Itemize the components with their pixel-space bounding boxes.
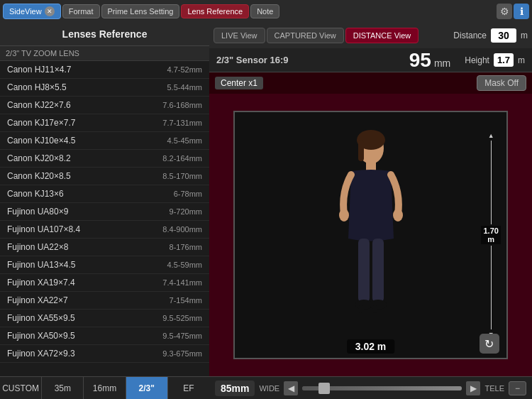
center-label: Center x1 [215,77,263,89]
lens-ref-button[interactable]: Lens Reference [181,4,249,18]
lens-name: Canon KJ10e×4.5 [7,136,75,146]
lens-range: 4.5-45mm [167,136,202,145]
height-arrow-up: ▲ [488,132,494,139]
focal-slider[interactable] [302,386,462,390]
lens-range: 9.5-525mm [162,314,202,322]
lens-name: Canon KJ22×7.6 [7,100,71,110]
sensor-label: 2/3" Sensor 16:9 [216,55,289,65]
lens-tab-custom[interactable]: CUSTOM [0,377,42,399]
focal-slider-container [302,386,462,390]
lens-item[interactable]: Canon KJ22×7.6 7.6-168mm [0,97,209,114]
lens-name: Canon HJ8×5.5 [7,82,67,92]
settings-icon[interactable]: ⚙ [497,4,512,19]
lens-list-header: Lenses Reference [0,23,209,46]
lens-item[interactable]: Canon HJ8×5.5 5.5-44mm [0,79,209,97]
tele-label: TELE [484,384,504,393]
lens-range: 6-78mm [174,190,202,198]
lens-name: Fujinon UA22×8 [7,242,68,252]
refresh-icon[interactable]: ↻ [480,334,499,354]
main-content: Lenses Reference 2/3" TV ZOOM LENS Canon… [0,23,532,399]
top-nav: SideView ✕ Format Prime Lens Setting Len… [0,0,532,23]
lens-name: Fujinon XA72×9.3 [7,349,75,359]
lens-item[interactable]: Canon KJ20×8.2 8.2-164mm [0,150,209,168]
sensor-height: Height 1.7 m [465,53,525,67]
lens-range: 9-720mm [170,207,202,216]
lens-item[interactable]: Fujinon XA19×7.4 7.4-141mm [0,274,209,292]
camera-view: ▲ 1.70 m ▼ 3.02 m ↻ [209,94,532,376]
height-bar-line [491,141,492,224]
svg-point-9 [370,300,387,310]
height-unit: m [518,55,525,65]
lens-name: Fujinon XA55×9.5 [7,313,75,323]
lens-name: Fujinon UA107×8.4 [7,224,80,234]
lens-item[interactable]: Fujinon XA50×9.5 9.5-475mm [0,327,209,345]
lens-range: 8.4-900mm [162,225,202,234]
slider-left-arrow[interactable]: ◀ [284,381,298,395]
view-btn-live-view[interactable]: LIVE View [214,28,265,43]
focal-end-button[interactable]: − [509,381,526,395]
slider-right-arrow[interactable]: ▶ [466,381,480,395]
info-icon[interactable]: ℹ [514,4,529,19]
sensor-mm: 95 mm [409,49,450,72]
view-selector: LIVE ViewCAPTURED ViewDISTANCE View Dist… [209,23,532,48]
person-figure [328,129,414,341]
wide-label: WIDE [259,384,279,393]
lens-name: Fujinon XA22×7 [7,295,68,305]
lens-range: 7.7-131mm [162,119,202,127]
view-btn-distance-view[interactable]: DISTANCE View [345,28,419,43]
lens-range: 5.5-44mm [167,83,202,92]
lens-range: 8-176mm [170,243,202,251]
prime-lens-button[interactable]: Prime Lens Setting [101,4,180,18]
sideview-label: SideView [9,7,42,16]
distance-control: Distance 30 m [453,28,528,43]
lens-range: 4.5-59mm [167,261,202,269]
lens-item[interactable]: Fujinon UA107×8.4 8.4-900mm [0,221,209,239]
close-sideview-icon[interactable]: ✕ [45,6,55,16]
distance-control-unit: m [521,31,528,40]
focal-value: 85mm [215,381,255,396]
lens-name: Fujinon UA13×4.5 [7,260,75,270]
focal-mm-value: 95 [409,49,431,72]
lens-item[interactable]: Canon KJ10e×4.5 4.5-45mm [0,132,209,150]
lens-tab-16mm[interactable]: 16mm [84,377,126,399]
lens-name: Canon HJ11×4.7 [7,65,71,75]
focal-slider-thumb[interactable] [318,383,330,394]
lens-tab-2_3[interactable]: 2/3" [126,377,168,399]
lens-item[interactable]: Canon KJ17e×7.7 7.7-131mm [0,114,209,132]
focal-mm-unit: mm [434,58,450,69]
sideview-button[interactable]: SideView ✕ [3,4,61,19]
lens-tab-ef[interactable]: EF [168,377,209,399]
lens-range: 7-154mm [170,296,202,305]
lens-name: Fujinon XA19×7.4 [7,278,75,288]
lens-item[interactable]: Fujinon UA13×4.5 4.5-59mm [0,256,209,274]
lens-range: 4.7-52mm [167,65,202,74]
view-btn-captured-view[interactable]: CAPTURED View [267,28,344,43]
right-panel: LIVE ViewCAPTURED ViewDISTANCE View Dist… [209,23,532,399]
camera-frame: ▲ 1.70 m ▼ 3.02 m ↻ [233,111,508,359]
lens-item[interactable]: Fujinon XA55×9.5 9.5-525mm [0,310,209,327]
note-button[interactable]: Note [250,4,279,18]
lens-name: Canon KJ13×6 [7,189,64,199]
svg-point-5 [393,209,403,222]
svg-rect-11 [373,305,377,313]
format-button[interactable]: Format [62,4,100,18]
height-label: Height [465,55,489,65]
svg-rect-10 [359,305,362,313]
lens-item[interactable]: Canon HJ11×4.7 4.7-52mm [0,61,209,79]
lens-item[interactable]: Fujinon XA72×9.3 9.3-675mm [0,345,209,363]
lens-item[interactable]: Fujinon UA22×8 8-176mm [0,239,209,256]
lens-item[interactable]: Canon KJ13×6 6-78mm [0,185,209,203]
mask-button[interactable]: Mask Off [477,75,526,91]
svg-point-4 [339,209,349,222]
side-height-label: 1.70 m [481,226,500,244]
sensor-info: 2/3" Sensor 16:9 95 mm Height 1.7 m [209,48,532,72]
lens-item[interactable]: Fujinon XA22×7 7-154mm [0,292,209,310]
lens-item[interactable]: Canon KJ20×8.5 8.5-170mm [0,168,209,185]
lens-name: Fujinon XA50×9.5 [7,331,75,341]
lens-tab-35m[interactable]: 35m [42,377,84,399]
lens-item[interactable]: Fujinon UA80×9 9-720mm [0,203,209,221]
distance-bottom-label: 3.02 m [347,339,395,354]
svg-rect-2 [358,140,364,161]
lens-list-panel: Lenses Reference 2/3" TV ZOOM LENS Canon… [0,23,209,399]
height-value: 1.7 [494,53,514,67]
